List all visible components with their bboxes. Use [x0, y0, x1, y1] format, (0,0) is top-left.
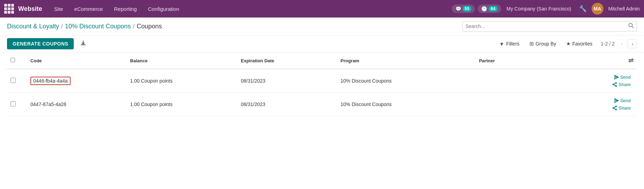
table-row: 0447-87a5-4a28 1.00 Coupon points 08/31/… [7, 93, 637, 116]
adjust-columns-icon[interactable]: ⇌ [628, 57, 634, 64]
row-checkbox-0[interactable] [10, 78, 16, 83]
cell-code: 0447-87a5-4a28 [27, 93, 126, 116]
search-bar [462, 21, 637, 31]
clock-badge: 64 [489, 6, 497, 12]
generate-coupons-button[interactable]: GENERATE COUPONS [7, 38, 74, 49]
coupon-code[interactable]: 0447-87a5-4a28 [30, 102, 66, 107]
coupons-table: Code Balance Expiration Date Program Par… [7, 52, 637, 116]
nav-ecommerce[interactable]: eCommerce [70, 3, 108, 15]
send-button-0[interactable]: Send [612, 74, 634, 81]
nav-configuration[interactable]: Configuration [143, 3, 184, 15]
col-header-adjust: ⇌ [586, 52, 637, 69]
search-icon [628, 23, 634, 30]
messages-badge: 55 [463, 6, 471, 12]
svg-line-5 [614, 83, 616, 84]
cell-actions: Send Share [586, 93, 637, 116]
share-button-1[interactable]: Share [610, 104, 634, 112]
table-container: Code Balance Expiration Date Program Par… [0, 52, 644, 116]
svg-line-11 [614, 108, 616, 109]
avatar[interactable]: MA [592, 3, 603, 15]
download-button[interactable] [77, 38, 89, 49]
nav-reporting[interactable]: Reporting [109, 3, 142, 15]
col-header-expiry: Expiration Date [237, 52, 337, 69]
cell-code: 0446-fb4a-4a4a [27, 69, 126, 93]
svg-point-3 [616, 86, 617, 87]
coupon-code-highlighted[interactable]: 0446-fb4a-4a4a [30, 77, 71, 85]
svg-line-10 [614, 107, 616, 108]
favorites-label: Favorites [572, 41, 593, 47]
company-name: My Company (San Francisco) [507, 6, 571, 12]
nav-brand[interactable]: Website [18, 5, 42, 13]
cell-program: 10% Discount Coupons [337, 93, 476, 116]
row-checkbox-cell [7, 93, 27, 116]
messages-button[interactable]: 💬 55 [452, 5, 475, 13]
col-header-balance: Balance [126, 52, 237, 69]
breadcrumb: Discount & Loyalty / 10% Discount Coupon… [7, 23, 162, 30]
group-by-label: Group By [536, 41, 556, 47]
pagination-prev[interactable]: ‹ [617, 39, 627, 48]
svg-point-4 [613, 84, 614, 85]
cell-program: 10% Discount Coupons [337, 69, 476, 93]
col-header-partner: Partner [476, 52, 586, 69]
avatar-initials: MA [594, 6, 601, 12]
top-navigation: Website Site eCommerce Reporting Configu… [0, 0, 644, 18]
cell-expiry: 08/31/2023 [237, 69, 337, 93]
select-all-checkbox[interactable] [10, 58, 15, 62]
star-icon: ★ [566, 41, 571, 47]
svg-line-1 [632, 27, 634, 28]
pagination-text: 1-2 / 2 [601, 41, 615, 47]
row-checkbox-cell [7, 69, 27, 93]
svg-point-8 [616, 109, 617, 110]
cell-expiry: 08/31/2023 [237, 93, 337, 116]
cell-balance: 1.00 Coupon points [126, 93, 237, 116]
toolbar-right: ▼ Filters ⊞ Group By ★ Favorites 1-2 / 2… [497, 39, 637, 48]
nav-site[interactable]: Site [49, 3, 68, 15]
toolbar: GENERATE COUPONS ▼ Filters ⊞ Group By ★ … [0, 35, 644, 52]
svg-point-7 [616, 106, 617, 107]
col-header-checkbox [7, 52, 27, 69]
send-button-1[interactable]: Send [612, 97, 634, 104]
breadcrumb-10pct-coupons[interactable]: 10% Discount Coupons [65, 23, 131, 30]
pagination-next[interactable]: › [628, 39, 637, 48]
row-checkbox-1[interactable] [10, 101, 16, 106]
app-grid-icon[interactable] [4, 4, 14, 14]
col-header-program: Program [337, 52, 476, 69]
table-row: 0446-fb4a-4a4a 1.00 Coupon points 08/31/… [7, 69, 637, 93]
breadcrumb-sep-2: / [133, 23, 135, 30]
table-header-row: Code Balance Expiration Date Program Par… [7, 52, 637, 69]
svg-point-2 [616, 83, 617, 84]
cell-partner [476, 93, 586, 116]
filters-button[interactable]: ▼ Filters [497, 40, 522, 48]
settings-wrench-icon[interactable]: 🔧 [577, 4, 589, 14]
svg-point-0 [629, 23, 632, 27]
group-by-button[interactable]: ⊞ Group By [527, 39, 559, 48]
breadcrumb-current: Coupons [137, 23, 162, 30]
search-input[interactable] [465, 23, 628, 29]
filters-label: Filters [506, 41, 519, 47]
cell-actions: Send Share [586, 69, 637, 93]
cell-balance: 1.00 Coupon points [126, 69, 237, 93]
user-name: Mitchell Admin [608, 6, 640, 12]
pagination: 1-2 / 2 ‹ › [599, 39, 637, 48]
share-button-0[interactable]: Share [610, 81, 634, 88]
breadcrumb-discount-loyalty[interactable]: Discount & Loyalty [7, 23, 59, 30]
col-header-code: Code [27, 52, 126, 69]
sub-header: Discount & Loyalty / 10% Discount Coupon… [0, 18, 644, 35]
layers-icon: ⊞ [529, 41, 534, 47]
nav-right-section: 💬 55 🕐 64 My Company (San Francisco) 🔧 M… [452, 3, 640, 15]
filter-icon: ▼ [499, 41, 505, 47]
svg-line-6 [614, 85, 616, 86]
clock-button[interactable]: 🕐 64 [478, 5, 501, 13]
clock-icon: 🕐 [481, 6, 487, 12]
breadcrumb-sep-1: / [61, 23, 63, 30]
chat-icon: 💬 [455, 6, 461, 12]
cell-partner [476, 69, 586, 93]
favorites-button[interactable]: ★ Favorites [563, 39, 595, 48]
svg-point-9 [613, 107, 614, 108]
